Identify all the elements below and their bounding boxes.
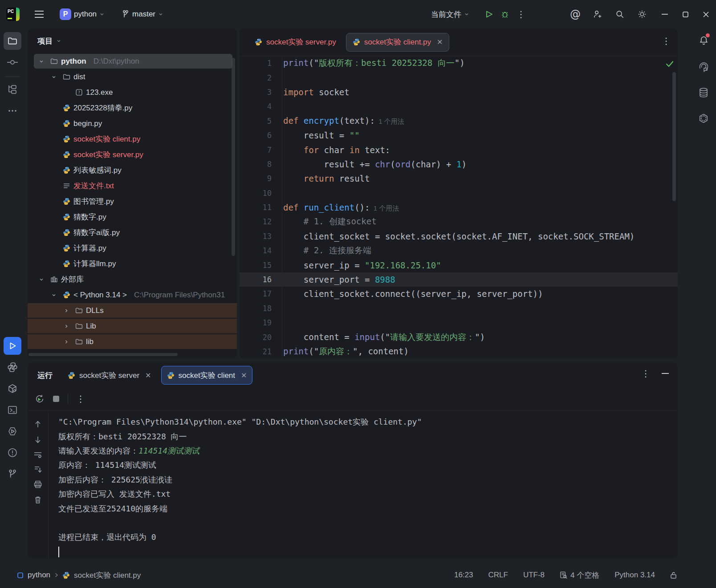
stop-button[interactable]: [53, 395, 60, 402]
run-configuration-selector[interactable]: 当前文件: [431, 9, 469, 20]
breadcrumb-file[interactable]: socket实验 client.py: [74, 570, 141, 580]
code-line[interactable]: 17 client_socket.connect((server_ip, ser…: [240, 287, 678, 301]
tree-item[interactable]: socket实验 server.py: [28, 147, 237, 162]
services-tool-button[interactable]: [4, 422, 21, 440]
tree-item[interactable]: dist: [28, 69, 237, 85]
tree-item[interactable]: 猜数字.py: [28, 209, 237, 225]
vcs-branch-widget[interactable]: master: [122, 10, 163, 19]
terminal-tool-button[interactable]: [4, 401, 21, 419]
inspections-ok-icon[interactable]: [666, 61, 674, 68]
console-more-button[interactable]: ⋮: [76, 394, 85, 403]
project-widget[interactable]: P python: [60, 8, 105, 20]
python-interpreter[interactable]: Python 3.14: [614, 571, 655, 580]
debug-button[interactable]: [497, 6, 513, 22]
tree-item[interactable]: socket实验 client.py: [28, 131, 237, 147]
run-button[interactable]: [481, 6, 497, 22]
tree-item[interactable]: pythonD:\Dxt\python: [28, 53, 237, 69]
scroll-down-button[interactable]: [34, 436, 41, 444]
breadcrumb[interactable]: python socket实验 client.py: [17, 570, 141, 580]
editor-options-button[interactable]: ⋮: [662, 36, 671, 46]
editor-tab-server[interactable]: socket实验 server.py: [248, 33, 342, 51]
tree-item[interactable]: < Python 3.14 >C:\Program Files\Python31: [28, 287, 237, 303]
tree-chevron-icon[interactable]: [36, 59, 47, 64]
python-packages-tool-button[interactable]: [4, 380, 21, 397]
file-encoding[interactable]: UTF-8: [523, 571, 545, 580]
close-tab-icon[interactable]: ✕: [241, 371, 247, 380]
code-line[interactable]: 20 content = input("请输入要发送的内容："): [240, 330, 678, 344]
database-button[interactable]: [695, 84, 712, 101]
tree-item[interactable]: 外部库: [28, 272, 237, 287]
tree-chevron-icon[interactable]: [61, 324, 72, 329]
tree-chevron-icon[interactable]: [48, 74, 60, 80]
close-window-button[interactable]: [696, 5, 716, 23]
code-line[interactable]: 12 # 1. 创建socket: [240, 215, 678, 229]
tree-item[interactable]: 计算器llm.py: [28, 256, 237, 272]
project-vertical-scrollbar[interactable]: [232, 58, 235, 256]
hide-panel-button[interactable]: [662, 373, 669, 374]
rerun-button[interactable]: [35, 394, 45, 404]
code-line[interactable]: 18: [240, 301, 678, 316]
more-tool-windows-button[interactable]: [4, 102, 21, 120]
code-line[interactable]: 21print("原内容：", content): [240, 345, 678, 358]
scroll-to-end-button[interactable]: [34, 466, 42, 473]
code-line[interactable]: 2: [240, 70, 678, 85]
notifications-button[interactable]: [695, 31, 712, 49]
code-editor[interactable]: 1print("版权所有：besti 20252328 向一")23import…: [240, 56, 678, 358]
editor-tab-client[interactable]: socket实验 client.py ✕: [346, 33, 450, 52]
tree-chevron-icon[interactable]: [48, 292, 60, 298]
run-tool-button[interactable]: [4, 337, 21, 355]
run-tab-client[interactable]: socket实验 client ✕: [161, 366, 253, 385]
code-line[interactable]: 6 result = "": [240, 128, 678, 142]
ai-chat-button[interactable]: [695, 58, 712, 76]
clear-console-button[interactable]: [34, 496, 41, 504]
code-line[interactable]: 14 # 2. 连接服务端: [240, 243, 678, 258]
tree-chevron-icon[interactable]: [61, 308, 72, 313]
line-separator[interactable]: CRLF: [488, 571, 508, 580]
settings-button[interactable]: [634, 6, 650, 22]
close-tab-icon[interactable]: ✕: [145, 371, 151, 380]
tree-item[interactable]: 发送文件.txt: [28, 178, 237, 194]
structure-tool-button[interactable]: [4, 81, 21, 98]
editor-scrollbar[interactable]: [672, 72, 676, 201]
code-line[interactable]: 19: [240, 316, 678, 330]
tree-chevron-icon[interactable]: [61, 339, 72, 345]
code-line[interactable]: 13 client_socket = socket.socket(socket.…: [240, 229, 678, 243]
commit-tool-button[interactable]: [4, 53, 21, 71]
python-console-tool-button[interactable]: [4, 358, 21, 376]
code-line[interactable]: 9 return result: [240, 171, 678, 186]
search-everywhere-button[interactable]: [612, 6, 628, 22]
git-tool-button[interactable]: [4, 465, 21, 483]
project-horizontal-scrollbar[interactable]: [28, 353, 178, 356]
code-line[interactable]: 10: [240, 186, 678, 200]
tree-item[interactable]: 图书管理.py: [28, 194, 237, 209]
run-tab-server[interactable]: socket实验 server ✕: [62, 366, 157, 384]
run-panel-options-button[interactable]: ⋮: [641, 369, 650, 378]
ai-assistant-button[interactable]: @: [567, 6, 583, 22]
code-line[interactable]: 3import socket: [240, 85, 678, 99]
breadcrumb-project[interactable]: python: [28, 571, 50, 580]
soft-wrap-button[interactable]: [34, 451, 42, 458]
code-line[interactable]: 15 server_ip = "192.168.25.10": [240, 258, 678, 272]
main-menu-icon[interactable]: [31, 6, 47, 22]
code-with-me-button[interactable]: [590, 6, 606, 22]
tree-item[interactable]: Lib: [28, 318, 237, 334]
scroll-up-button[interactable]: [34, 420, 41, 428]
caret-position[interactable]: 16:23: [454, 571, 473, 580]
code-line[interactable]: 4: [240, 99, 678, 114]
indent-style[interactable]: 4 个空格: [560, 570, 599, 580]
code-line[interactable]: 11def run_client(): 1 个用法: [240, 200, 678, 215]
tree-item[interactable]: 计算器.py: [28, 240, 237, 256]
close-tab-icon[interactable]: ✕: [437, 38, 443, 46]
code-line[interactable]: 16 server_port = 8988: [240, 272, 678, 287]
tree-item[interactable]: ?123.exe: [28, 85, 237, 100]
print-button[interactable]: [34, 481, 42, 488]
tree-item[interactable]: lib: [28, 334, 237, 349]
maximize-button[interactable]: [675, 5, 696, 23]
tree-item[interactable]: begin.py: [28, 116, 237, 131]
console-output[interactable]: "C:\Program Files\Python314\python.exe" …: [49, 410, 678, 559]
tree-item[interactable]: 猜数字ai版.py: [28, 225, 237, 240]
code-line[interactable]: 8 result += chr(ord(char) + 1): [240, 157, 678, 171]
code-line[interactable]: 7 for char in text:: [240, 142, 678, 157]
lock-status[interactable]: [670, 572, 677, 579]
tree-item[interactable]: 列表敏感词.py: [28, 162, 237, 178]
